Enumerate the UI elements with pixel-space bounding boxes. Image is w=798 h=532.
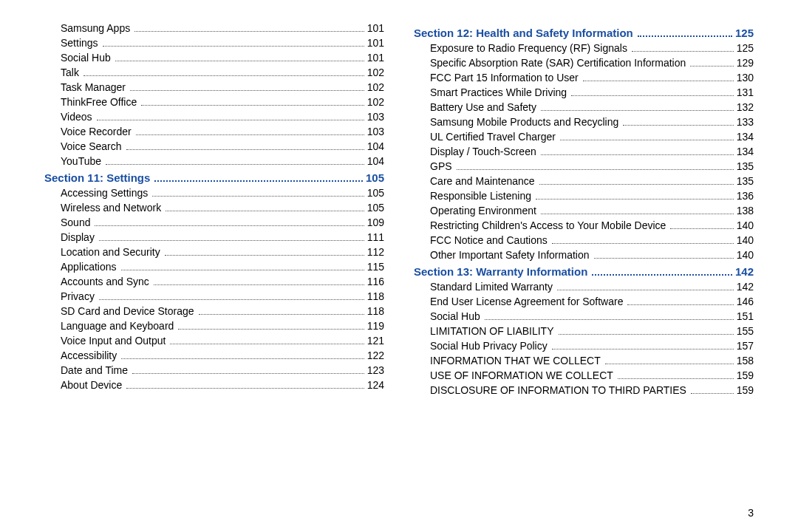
toc-entry[interactable]: Applications115 <box>61 261 384 273</box>
toc-entry[interactable]: Responsible Listening136 <box>430 190 754 202</box>
toc-entry[interactable]: Privacy118 <box>61 290 384 302</box>
entry-label: Social Hub Privacy Policy <box>430 340 548 352</box>
leader-dots <box>121 270 364 270</box>
section-label: Section 11: Settings <box>44 171 150 184</box>
leader-dots <box>594 258 734 259</box>
entry-label: Privacy <box>61 290 95 302</box>
entry-page: 140 <box>737 249 754 261</box>
toc-entry[interactable]: Videos103 <box>61 111 384 123</box>
toc-entry[interactable]: GPS135 <box>430 160 754 172</box>
toc-entry[interactable]: Operating Environment138 <box>430 205 754 216</box>
toc-entry[interactable]: Sound109 <box>61 216 384 228</box>
toc-section-heading[interactable]: Section 13: Warranty Information142 <box>414 265 754 278</box>
entry-page: 112 <box>367 246 384 258</box>
toc-entry[interactable]: FCC Notice and Cautions140 <box>430 234 754 246</box>
toc-entry[interactable]: Samsung Mobile Products and Recycling133 <box>430 116 754 128</box>
entry-label: Display / Touch-Screen <box>430 146 536 157</box>
toc-entry[interactable]: Restricting Children's Access to Your Mo… <box>430 219 754 231</box>
toc-entry[interactable]: Wireless and Network105 <box>61 202 384 214</box>
toc-entry[interactable]: Care and Maintenance135 <box>430 175 754 187</box>
toc-entry[interactable]: Standard Limited Warranty142 <box>430 281 754 293</box>
section-page: 125 <box>735 27 754 39</box>
leader-dots <box>106 164 364 165</box>
toc-entry[interactable]: UL Certified Travel Charger134 <box>430 131 754 143</box>
toc-entry[interactable]: Display111 <box>61 231 384 243</box>
toc-entry[interactable]: Social Hub151 <box>430 310 754 322</box>
entry-label: About Device <box>61 379 122 391</box>
entry-label: Accessing Settings <box>61 187 148 199</box>
entry-label: Specific Absorption Rate (SAR) Certifica… <box>430 57 686 69</box>
leader-dots <box>457 169 734 170</box>
entry-label: Exposure to Radio Frequency (RF) Signals <box>430 42 627 54</box>
leader-dots <box>627 304 733 305</box>
entry-label: Other Important Safety Information <box>430 249 590 261</box>
entry-page: 134 <box>737 146 754 157</box>
toc-entry[interactable]: About Device124 <box>61 379 384 391</box>
leader-dots <box>541 214 734 214</box>
leader-dots <box>592 274 732 276</box>
toc-entry[interactable]: INFORMATION THAT WE COLLECT158 <box>430 355 754 366</box>
entry-label: Social Hub <box>61 52 111 64</box>
toc-entry[interactable]: Voice Recorder103 <box>61 126 384 137</box>
entry-page: 105 <box>367 187 384 199</box>
entry-label: FCC Notice and Cautions <box>430 234 548 246</box>
toc-section-heading[interactable]: Section 12: Health and Safety Informatio… <box>414 27 754 39</box>
toc-entry[interactable]: DISCLOSURE OF INFORMATION TO THIRD PARTI… <box>430 384 754 396</box>
entry-page: 159 <box>737 384 754 396</box>
toc-entry[interactable]: Specific Absorption Rate (SAR) Certifica… <box>430 57 754 69</box>
section-label: Section 12: Health and Safety Informatio… <box>414 27 633 39</box>
leader-dots <box>136 134 364 135</box>
toc-entry[interactable]: Task Manager102 <box>61 81 384 93</box>
entry-page: 102 <box>367 96 384 108</box>
leader-dots <box>141 105 364 106</box>
leader-dots <box>539 184 734 185</box>
toc-entry[interactable]: Accessing Settings105 <box>61 187 384 199</box>
toc-entry[interactable]: Accessibility122 <box>61 349 384 361</box>
toc-entry[interactable]: Smart Practices While Driving131 <box>430 86 754 98</box>
toc-entry[interactable]: FCC Part 15 Information to User130 <box>430 72 754 83</box>
entry-page: 101 <box>367 52 384 64</box>
entry-label: Sound <box>61 216 90 228</box>
toc-entry[interactable]: Location and Security112 <box>61 246 384 258</box>
entry-label: USE OF INFORMATION WE COLLECT <box>430 369 613 381</box>
toc-entry[interactable]: Social Hub Privacy Policy157 <box>430 340 754 352</box>
entry-page: 109 <box>367 216 384 228</box>
entry-page: 159 <box>737 369 754 381</box>
entry-page: 142 <box>737 281 754 293</box>
toc-page: Samsung Apps101Settings101Social Hub101T… <box>0 0 798 532</box>
toc-entry[interactable]: LIMITATION OF LIABILITY155 <box>430 325 754 337</box>
toc-section-heading[interactable]: Section 11: Settings105 <box>44 171 384 184</box>
leader-dots <box>536 199 734 200</box>
toc-entry[interactable]: Samsung Apps101 <box>61 22 384 34</box>
toc-entry[interactable]: Social Hub101 <box>61 52 384 64</box>
toc-entry[interactable]: YouTube104 <box>61 155 384 167</box>
toc-entry[interactable]: End User License Agreement for Software1… <box>430 296 754 307</box>
entry-page: 105 <box>367 202 384 214</box>
leader-dots <box>152 196 364 197</box>
leader-dots <box>552 243 734 244</box>
toc-entry[interactable]: Language and Keyboard119 <box>61 320 384 332</box>
entry-page: 146 <box>737 296 754 307</box>
toc-entry[interactable]: Voice Input and Output121 <box>61 335 384 347</box>
toc-entry[interactable]: Other Important Safety Information140 <box>430 249 754 261</box>
leader-dots <box>541 154 734 155</box>
entry-page: 116 <box>367 276 384 287</box>
entry-label: DISCLOSURE OF INFORMATION TO THIRD PARTI… <box>430 384 686 396</box>
toc-entry[interactable]: Display / Touch-Screen134 <box>430 146 754 157</box>
toc-entry[interactable]: Exposure to Radio Frequency (RF) Signals… <box>430 42 754 54</box>
entry-page: 118 <box>367 305 384 317</box>
toc-entry[interactable]: Settings101 <box>61 37 384 49</box>
toc-entry[interactable]: Talk102 <box>61 66 384 78</box>
entry-page: 122 <box>367 349 384 361</box>
toc-entry[interactable]: ThinkFree Office102 <box>61 96 384 108</box>
toc-entry[interactable]: Battery Use and Safety132 <box>430 101 754 113</box>
leader-dots <box>97 120 364 120</box>
toc-entry[interactable]: Voice Search104 <box>61 140 384 152</box>
entry-page: 121 <box>367 335 384 347</box>
entry-label: Social Hub <box>430 310 480 322</box>
toc-entry[interactable]: Accounts and Sync116 <box>61 276 384 287</box>
toc-entry[interactable]: SD Card and Device Storage118 <box>61 305 384 317</box>
toc-entry[interactable]: Date and Time123 <box>61 364 384 376</box>
toc-entry[interactable]: USE OF INFORMATION WE COLLECT159 <box>430 369 754 381</box>
entry-page: 134 <box>737 131 754 143</box>
